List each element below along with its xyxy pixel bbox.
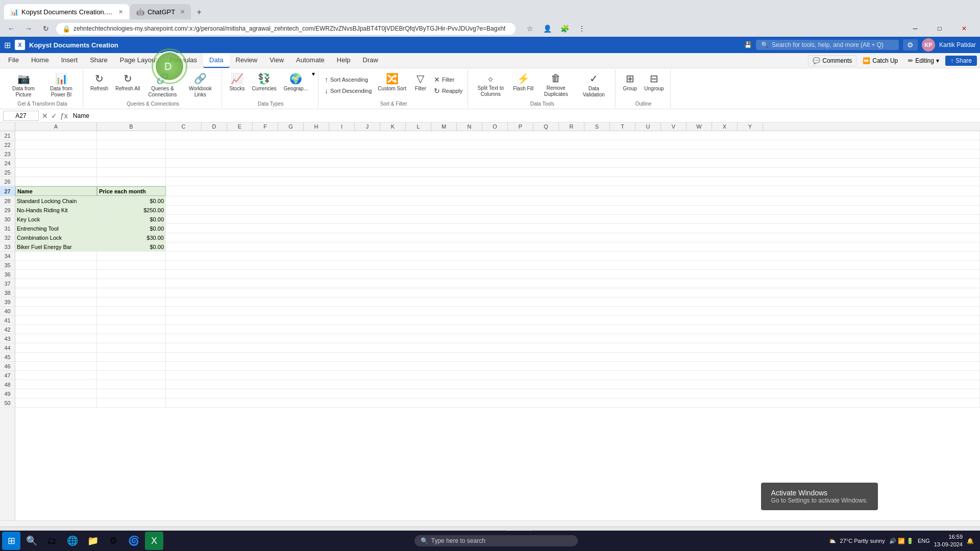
- tab-draw[interactable]: Draw: [357, 53, 384, 68]
- data-types-more-button[interactable]: ▾: [312, 70, 315, 78]
- minimize-button[interactable]: ─: [903, 19, 927, 38]
- col-header-f[interactable]: F: [253, 122, 278, 131]
- catchup-button[interactable]: ⏩ Catch Up: [859, 56, 902, 66]
- taskbar-task-view[interactable]: 🗂: [43, 532, 61, 550]
- row-29[interactable]: 29: [0, 206, 15, 215]
- new-tab-button[interactable]: +: [192, 5, 206, 19]
- taskbar-search-bar[interactable]: 🔍 Type here to search: [414, 535, 578, 546]
- cell-b23[interactable]: [97, 149, 166, 158]
- row-49[interactable]: 49: [0, 389, 15, 398]
- col-header-x[interactable]: X: [712, 122, 738, 131]
- col-header-q[interactable]: Q: [533, 122, 559, 131]
- col-header-w[interactable]: W: [687, 122, 712, 131]
- reload-button[interactable]: ↻: [39, 21, 53, 36]
- row-23[interactable]: 23: [0, 149, 15, 159]
- tab-view[interactable]: View: [263, 53, 290, 68]
- row-40[interactable]: 40: [0, 307, 15, 316]
- formula-input[interactable]: [71, 111, 977, 120]
- taskbar-settings[interactable]: ⚙: [104, 532, 122, 550]
- cell-a33[interactable]: Biker Fuel Energy Bar: [15, 242, 97, 251]
- cell-a21[interactable]: [15, 131, 97, 140]
- taskbar-search-button[interactable]: 🔍: [22, 532, 41, 550]
- col-header-n[interactable]: N: [457, 122, 482, 131]
- col-header-v[interactable]: V: [661, 122, 687, 131]
- comments-button[interactable]: 💬 Comments: [808, 55, 856, 66]
- insert-function-icon[interactable]: ƒx: [59, 112, 69, 120]
- row-28[interactable]: 28: [0, 196, 15, 206]
- cell-a28[interactable]: Standard Locking Chain: [15, 196, 97, 205]
- cell-b26[interactable]: [97, 177, 166, 186]
- refresh-all-button[interactable]: ↻ Refresh All: [112, 70, 143, 94]
- group-button[interactable]: ⊞ Group: [620, 70, 640, 94]
- notification-icon[interactable]: 🔔: [967, 538, 974, 544]
- col-header-s[interactable]: S: [584, 122, 610, 131]
- sort-ascending-button[interactable]: ↑ Sort Ascending: [323, 74, 374, 85]
- col-header-k[interactable]: K: [380, 122, 406, 131]
- split-text-button[interactable]: ⬦ Split Text to Columns: [472, 70, 509, 99]
- cell-rest-21[interactable]: [166, 131, 980, 140]
- col-header-l[interactable]: L: [406, 122, 431, 131]
- excel-tab-close[interactable]: ✕: [118, 9, 123, 15]
- col-header-a[interactable]: A: [15, 122, 97, 131]
- cell-a24[interactable]: [15, 159, 97, 167]
- chatgpt-tab-close[interactable]: ✕: [180, 9, 185, 15]
- confirm-formula-icon[interactable]: ✓: [50, 112, 58, 120]
- row-24[interactable]: 24: [0, 159, 15, 168]
- filter-button[interactable]: ▽ Filter: [410, 70, 431, 100]
- col-header-i[interactable]: I: [329, 122, 355, 131]
- cell-a27[interactable]: Name: [15, 186, 97, 196]
- language-indicator[interactable]: ENG: [918, 538, 930, 544]
- cell-a25[interactable]: [15, 168, 97, 177]
- remove-duplicates-button[interactable]: 🗑 Remove Duplicates: [537, 70, 574, 99]
- tab-excel[interactable]: 📊 Kopyst Documents Creation.xls... ✕: [4, 4, 129, 19]
- data-from-powerbi-button[interactable]: 📊 Data from Power BI: [43, 70, 80, 100]
- row-27[interactable]: 27: [0, 186, 15, 196]
- cell-a26[interactable]: [15, 177, 97, 186]
- menu-button[interactable]: ⋮: [575, 21, 589, 36]
- taskbar-chrome[interactable]: 🌀: [125, 532, 143, 550]
- tab-review[interactable]: Review: [230, 53, 264, 68]
- col-header-c[interactable]: C: [166, 122, 202, 131]
- row-35[interactable]: 35: [0, 261, 15, 270]
- stocks-button[interactable]: 📈 Stocks: [226, 70, 248, 94]
- row-39[interactable]: 39: [0, 297, 15, 307]
- col-header-r[interactable]: R: [559, 122, 584, 131]
- flash-fill-button[interactable]: ⚡ Flash Fill: [510, 70, 536, 94]
- row-37[interactable]: 37: [0, 279, 15, 288]
- col-header-d[interactable]: D: [202, 122, 227, 131]
- row-22[interactable]: 22: [0, 140, 15, 149]
- col-header-y[interactable]: Y: [738, 122, 763, 131]
- row-34[interactable]: 34: [0, 252, 15, 261]
- taskbar-excel-running[interactable]: X: [145, 532, 163, 550]
- tab-automate[interactable]: Automate: [290, 53, 331, 68]
- row-33[interactable]: 33: [0, 242, 15, 252]
- col-header-o[interactable]: O: [482, 122, 508, 131]
- taskbar-explorer[interactable]: 📁: [84, 532, 102, 550]
- app-grid-icon[interactable]: ⊞: [4, 40, 11, 50]
- row-25[interactable]: 25: [0, 168, 15, 177]
- cell-b32[interactable]: $30.00: [97, 233, 166, 242]
- tab-file[interactable]: File: [2, 53, 25, 68]
- row-41[interactable]: 41: [0, 316, 15, 325]
- row-46[interactable]: 46: [0, 362, 15, 371]
- col-header-u[interactable]: U: [635, 122, 661, 131]
- cell-reference[interactable]: [3, 111, 39, 121]
- maximize-button[interactable]: □: [928, 19, 951, 38]
- cell-a22[interactable]: [15, 140, 97, 149]
- row-36[interactable]: 36: [0, 270, 15, 279]
- tab-help[interactable]: Help: [331, 53, 357, 68]
- title-search[interactable]: 🔍 Search for tools, help, and more (Alt …: [756, 40, 899, 50]
- cell-b25[interactable]: [97, 168, 166, 177]
- cell-b29[interactable]: $250.00: [97, 206, 166, 214]
- cell-a31[interactable]: Entrenching Tool: [15, 224, 97, 233]
- forward-button[interactable]: →: [21, 21, 36, 36]
- start-button[interactable]: ⊞: [2, 532, 20, 550]
- refresh-button[interactable]: ↻ Refresh: [87, 70, 111, 94]
- system-tray-icons[interactable]: 🔊 📶 🔋: [889, 538, 914, 544]
- row-42[interactable]: 42: [0, 325, 15, 334]
- cell-b22[interactable]: [97, 140, 166, 149]
- cell-a30[interactable]: Key Lock: [15, 215, 97, 223]
- cancel-formula-icon[interactable]: ✕: [41, 112, 49, 120]
- bookmark-button[interactable]: ☆: [523, 21, 537, 36]
- clear-button[interactable]: ✕ Filter: [432, 74, 464, 85]
